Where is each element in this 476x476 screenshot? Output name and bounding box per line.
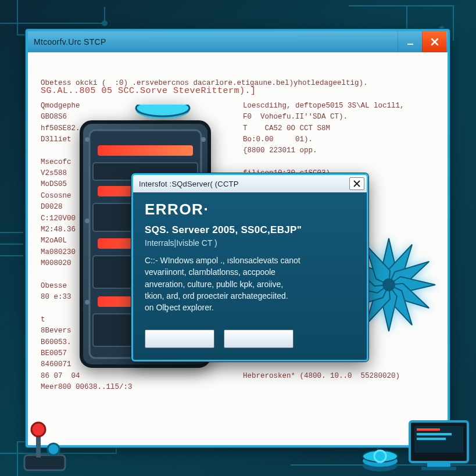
error-dialog-button-2[interactable] [224,330,294,348]
error-subheading-2: Interrals|Ivisble CT ) [145,238,355,248]
log-line: 86 07 04 [41,371,203,382]
error-dialog-title: Intersfot :SQdServer( (CCTP [139,180,349,188]
svg-point-30 [363,455,398,467]
close-icon [353,180,360,187]
minimize-button[interactable] [398,31,422,52]
svg-rect-25 [24,455,65,470]
log-line: Loescdiihg, deftope5015 3S\AL loc1l1, [243,101,435,112]
error-dialog-titlebar[interactable]: Intersfot :SQdServer( (CCTP [133,175,367,192]
svg-rect-38 [427,462,450,467]
svg-point-29 [363,460,398,471]
close-icon [430,37,439,46]
log-line [243,157,435,168]
error-dialog-buttons [133,324,367,360]
error-dialog: Intersfot :SQdServer( (CCTP ERROR· SQS. … [131,173,368,362]
log-line: T CA52 0O CCT S8M [243,123,435,134]
minimize-icon [406,38,414,46]
error-dialog-close-button[interactable] [349,177,364,190]
log-line [41,89,203,100]
main-window-titlebar[interactable]: Mtcoorfv.Urc STCP [28,31,448,52]
log-line [243,89,435,100]
error-dialog-button-1[interactable] [145,330,214,348]
log-line [243,78,435,89]
error-subheading-1: SQS. Serveer 2005, SS0C,EBJP" [145,224,355,236]
main-window-title: Mtcoorfv.Urc STCP [34,37,398,46]
svg-point-31 [363,450,398,462]
error-dialog-body: ERROR· SQS. Serveer 2005, SS0C,EBJP" Int… [133,192,367,324]
log-line: Msecofc [41,157,203,168]
svg-point-0 [102,21,107,26]
svg-rect-5 [407,44,413,45]
log-line: Obetess okcki ( :0) .ersvebercnos dacarl… [41,78,203,89]
close-button[interactable] [422,31,446,52]
log-line: {8800 223011 opp. [243,145,435,156]
log-line: Meer800 00638..1l5/:3 [41,382,203,393]
log-line: GBO8S6 [41,112,203,123]
log-line: Qmodgephe [41,101,203,112]
log-line: D3lliet [41,134,203,145]
error-heading: ERROR· [145,201,355,219]
svg-rect-39 [421,467,456,470]
log-line: F0 Vohoefu.II''SDA CT). [243,112,435,123]
svg-point-32 [374,450,386,462]
error-body-text: C::- WIndows ampol ., ıslonsaclevats can… [145,255,355,313]
log-line: Bo:0.00 01). [243,134,435,145]
log-line: Hebrerosken* (4800. 10..0 55280020) [243,371,435,382]
window-controls [398,31,446,52]
log-line: hf50SE82. [41,123,203,134]
log-line [41,145,203,156]
